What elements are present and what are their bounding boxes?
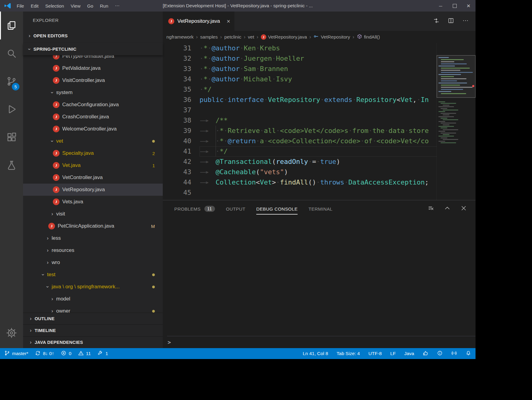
minimap-line (438, 121, 445, 122)
tree-item-wro[interactable]: ›wro (23, 256, 163, 269)
breadcrumb-item-petclinic[interactable]: petclinic (224, 34, 242, 40)
status-bell[interactable] (466, 350, 471, 357)
breadcrumb-item-findall[interactable]: findAll() (356, 34, 381, 40)
breadcrumb-item-samples[interactable]: samples (200, 34, 218, 40)
status-ln-41-col-8[interactable]: Ln 41, Col 8 (303, 351, 328, 356)
tree-item-welcomecontroller-java[interactable]: JWelcomeController.java (23, 123, 163, 135)
maximize-icon[interactable] (448, 0, 462, 12)
line-content[interactable]: →/** (200, 115, 476, 126)
code-token: @Transactional (216, 158, 272, 165)
tree-item-less[interactable]: ›less (23, 232, 163, 244)
tree-item-cacheconfiguration-java[interactable]: JCacheConfiguration.java (23, 99, 163, 111)
line-content[interactable]: →@Transactional(readOnly·=·true) (200, 157, 476, 167)
tree-item-resources[interactable]: ›resources (23, 244, 163, 256)
status-1[interactable]: 1 (97, 350, 108, 357)
menu-item-edit[interactable]: Edit (27, 3, 42, 8)
status-0[interactable]: 0 (61, 350, 71, 357)
open-editors-header[interactable]: › OPEN EDITORS (23, 29, 163, 43)
status-8-0[interactable]: 8↓ 0↑ (35, 350, 54, 357)
breadcrumb-item-vetrepository-java[interactable]: JVetRepository.java (260, 34, 308, 40)
line-content[interactable]: →@Cacheable("vets") (200, 167, 476, 177)
settings-gear-icon[interactable] (0, 319, 23, 347)
panel-tab-debug-console[interactable]: DEBUG CONSOLE (256, 200, 298, 217)
tree-item-pettypeformatter-java[interactable]: JPetTypeFormatter.java (23, 55, 163, 62)
maximize-panel-icon[interactable] (444, 205, 451, 213)
panel-tab-terminal[interactable]: TERMINAL (309, 200, 332, 217)
status-utf-8[interactable]: UTF-8 (368, 351, 382, 356)
close-panel-icon[interactable] (460, 205, 467, 213)
files-icon[interactable] (0, 12, 23, 39)
menu-item-selection[interactable]: Selection (42, 3, 67, 8)
menu-item-run[interactable]: Run (97, 3, 112, 8)
tree-item-vet-java[interactable]: JVet.java1 (23, 159, 163, 171)
tree-item-system[interactable]: ›system (23, 86, 163, 99)
tab-vetrepository-java[interactable]: J VetRepository.java × (163, 12, 235, 31)
line-content[interactable]: ·*·@author·Ken·Krebs (200, 43, 476, 53)
sidebar-section-java-dependencies[interactable]: ›JAVA DEPENDENCIES (23, 336, 163, 348)
project-header[interactable]: › SPRING-PETCLINIC (23, 43, 163, 55)
line-content[interactable]: ·*·@author·Sam·Brannen (200, 64, 476, 74)
breadcrumb-item-vet[interactable]: vet (247, 34, 255, 40)
line-content[interactable]: } (200, 198, 476, 200)
whitespace-dot: · (216, 137, 220, 145)
menu-item-view[interactable]: View (67, 3, 84, 8)
debug-console-input[interactable]: > (163, 336, 476, 348)
extensions-icon[interactable] (0, 123, 23, 151)
line-content[interactable]: ·*·@author·Michael·Isvy (200, 74, 476, 84)
menu-item-[interactable]: ⋯ (112, 3, 123, 8)
minimize-icon[interactable]: ─ (434, 0, 448, 12)
minimap[interactable] (437, 43, 476, 200)
run-debug-icon[interactable] (0, 95, 23, 123)
status-java[interactable]: Java (404, 351, 414, 356)
search-icon[interactable] (0, 39, 23, 67)
line-content[interactable]: ·*/ (200, 84, 476, 95)
status-broadcast[interactable] (451, 350, 457, 357)
status-lf[interactable]: LF (390, 351, 396, 356)
tree-item-vetcontroller-java[interactable]: JVetController.java (23, 171, 163, 184)
tree-item-petvalidator-java[interactable]: JPetValidator.java (23, 62, 163, 74)
status-master[interactable]: master* (4, 350, 28, 357)
tree-item-model[interactable]: ›model (23, 293, 163, 305)
status-thumbsup[interactable] (423, 350, 428, 357)
tree-item-owner[interactable]: ›owner (23, 305, 163, 313)
testing-beaker-icon[interactable] (0, 151, 23, 179)
tree-item-visit[interactable]: ›visit (23, 208, 163, 220)
breadcrumb-item-vetrepository[interactable]: VetRepository (313, 34, 351, 40)
menu-item-go[interactable]: Go (84, 3, 97, 8)
panel-tab-problems[interactable]: PROBLEMS11 (174, 200, 215, 217)
minimap-slider[interactable] (437, 55, 476, 98)
tab-close-icon[interactable]: × (227, 18, 230, 25)
panel-tab-output[interactable]: OUTPUT (226, 200, 245, 217)
line-content[interactable]: →Collection<Vet>·findAll()·throws·DataAc… (200, 177, 476, 188)
sidebar-section-outline[interactable]: ›OUTLINE (23, 313, 163, 324)
status-tab-size-4[interactable]: Tab Size: 4 (337, 351, 360, 356)
tree-item-specialty-java[interactable]: JSpecialty.java2 (23, 147, 163, 159)
tree-item-vetrepository-java[interactable]: JVetRepository.java (23, 184, 163, 196)
line-content[interactable] (200, 105, 476, 115)
line-content[interactable]: →·*·Retrieve·all·<code>Vet</code>s·from·… (200, 126, 476, 136)
line-content[interactable]: →·*/ (200, 146, 476, 157)
tree-item-vets-java[interactable]: JVets.java (23, 196, 163, 208)
status-11[interactable]: 11 (78, 350, 91, 357)
line-content[interactable]: ·*·@author·Juergen·Hoeller (200, 53, 476, 64)
clear-console-icon[interactable] (428, 205, 434, 213)
line-content[interactable]: →·*·@return·a·<code>Collection</code>·of… (200, 136, 476, 146)
split-editor-icon[interactable] (448, 17, 454, 25)
close-icon[interactable]: × (462, 0, 476, 12)
breadcrumb-item-ngframework[interactable]: ngframework (166, 34, 194, 40)
status-info[interactable] (437, 350, 443, 357)
tree-item-visitcontroller-java[interactable]: JVisitController.java (23, 74, 163, 86)
line-content[interactable]: public·interface·VetRepository·extends·R… (200, 95, 476, 105)
more-actions-icon[interactable] (462, 17, 469, 25)
open-changes-icon[interactable] (433, 17, 440, 25)
tree-item-petclinicapplication-java[interactable]: JPetClinicApplication.javaM (23, 220, 163, 232)
menu-item-file[interactable]: File (13, 3, 27, 8)
source-control-icon[interactable]: 5 (0, 67, 23, 95)
tree-item-crashcontroller-java[interactable]: JCrashController.java (23, 111, 163, 123)
java-file-icon: J (53, 174, 60, 181)
tree-item-test[interactable]: ›test (23, 269, 163, 281)
tree-item-vet[interactable]: ›vet (23, 135, 163, 147)
line-content[interactable] (200, 188, 476, 198)
tree-item-java-org-springframework[interactable]: ›java \ org \ springframework... (23, 281, 163, 293)
sidebar-section-timeline[interactable]: ›TIMELINE (23, 324, 163, 336)
